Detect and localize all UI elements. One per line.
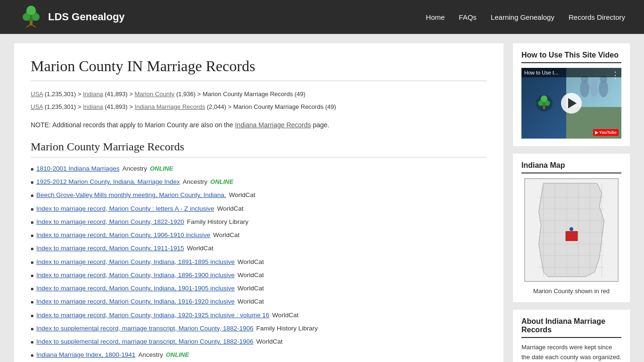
logo-area[interactable]: LDS Genealogy	[19, 5, 125, 29]
source-label: WorldCat	[229, 190, 255, 200]
source-label: WorldCat	[238, 271, 264, 280]
online-badge: ONLINE	[210, 177, 233, 187]
source-label: Family History Library	[187, 217, 248, 227]
list-item: Index to marriage record, Marion County,…	[31, 217, 487, 227]
about-text: Marriage records were kept since the dat…	[521, 343, 621, 362]
nav-learning[interactable]: Learning Genealogy	[491, 11, 554, 24]
breadcrumb-1: USA (1,235,301) > Indiana (41,893) > Mar…	[31, 90, 487, 99]
record-link[interactable]: Index to supplemental record, marriage t…	[36, 337, 254, 346]
source-label: WorldCat	[272, 311, 298, 320]
list-item: Index to marriage record, Marion County,…	[31, 244, 487, 253]
source-label: WorldCat	[256, 337, 283, 346]
record-link[interactable]: Indiana Marriage Index, 1800-1941	[36, 350, 135, 360]
indiana-marriage-records-link[interactable]: Indiana Marriage Records	[235, 121, 311, 129]
site-header: LDS Genealogy Home FAQs Learning Genealo…	[0, 0, 644, 34]
map-caption: Marion County shown in red	[521, 288, 621, 295]
video-section: How to Use This Site Video How to Use t.…	[513, 43, 630, 146]
record-link[interactable]: Index to marriage record, Marion County,…	[36, 257, 235, 267]
svg-point-13	[541, 95, 547, 102]
main-content: Marion County IN Marriage Records USA (1…	[14, 43, 504, 362]
source-label: Ancestry	[138, 350, 163, 360]
online-badge: ONLINE	[150, 164, 173, 173]
video-title-bar: How to Use t... ⋮	[521, 68, 621, 77]
video-thumbnail[interactable]: How to Use t... ⋮	[521, 68, 621, 139]
about-section: About Indiana Marriage Records Marriage …	[513, 310, 630, 362]
play-triangle-icon	[568, 98, 577, 108]
breadcrumb-usa-link[interactable]: USA	[31, 90, 43, 98]
sidebar: How to Use This Site Video How to Use t.…	[513, 43, 630, 362]
list-item: Index to supplemental record, marriage t…	[31, 324, 487, 333]
breadcrumb-marion-county-link[interactable]: Marion County	[134, 90, 174, 98]
records-section-title: Marion County Marriage Records	[31, 140, 487, 157]
indiana-map-area: Marion County shown in red	[521, 178, 621, 295]
breadcrumb-indiana-marriage-link[interactable]: Indiana Marriage Records	[134, 103, 205, 110]
svg-rect-34	[566, 231, 578, 241]
list-item: Index to marriage record, Marion County …	[31, 204, 487, 214]
list-item: Index to marriage record, Marion County,…	[31, 297, 487, 306]
record-link[interactable]: Index to marriage record, Marion County,…	[36, 217, 184, 227]
main-nav: Home FAQs Learning Genealogy Records Dir…	[426, 11, 625, 24]
record-link[interactable]: Index to marriage record, Marion County,…	[36, 244, 184, 253]
note-text: NOTE: Additional records that apply to M…	[31, 120, 487, 130]
youtube-menu-icon[interactable]: ⋮	[611, 70, 619, 80]
indiana-map-svg	[524, 178, 619, 282]
list-item: Index to marriage record, Marion County,…	[31, 284, 487, 293]
list-item: Beech Grove-Valley Mills monthly meeting…	[31, 190, 487, 200]
source-label: Ancestry	[182, 177, 207, 187]
record-link[interactable]: Index to marriage record, Marion County,…	[36, 297, 235, 306]
video-title-text: How to Use t...	[524, 70, 558, 75]
nav-home[interactable]: Home	[426, 11, 445, 24]
list-item: Index to supplemental record, marriage t…	[31, 337, 487, 346]
nav-records-directory[interactable]: Records Directory	[569, 11, 625, 24]
page-wrapper: Marion County IN Marriage Records USA (1…	[0, 34, 644, 362]
source-label: Family History Library	[256, 324, 318, 333]
list-item: Indiana Marriage Index, 1800-1941 Ancest…	[31, 350, 487, 360]
breadcrumb-usa-link-2[interactable]: USA	[31, 103, 43, 110]
source-label: WorldCat	[238, 297, 264, 306]
record-link[interactable]: Index to marriage record, Marion County,…	[36, 311, 269, 320]
list-item: Index to marriage record, Marion County,…	[31, 311, 487, 320]
video-tree-icon	[536, 95, 553, 112]
page-title: Marion County IN Marriage Records	[31, 58, 487, 81]
list-item: Index to marriage record, Marion County,…	[31, 271, 487, 280]
record-link[interactable]: Beech Grove-Valley Mills monthly meeting…	[36, 190, 226, 200]
svg-point-35	[570, 227, 573, 231]
record-link[interactable]: Index to supplemental record, marriage t…	[36, 324, 254, 333]
people-silhouette-icon	[575, 74, 613, 100]
breadcrumb-indiana-link-2[interactable]: Indiana	[83, 103, 103, 110]
map-section: Indiana Map	[513, 154, 630, 302]
record-link[interactable]: Index to marriage record, Marion County,…	[36, 284, 235, 293]
list-item: 1925-2012 Marion County, Indiana, Marria…	[31, 177, 487, 187]
about-section-title: About Indiana Marriage Records	[521, 317, 621, 338]
record-link[interactable]: Index to marriage record, Marion County,…	[36, 230, 210, 240]
record-link[interactable]: 1810-2001 Indiana Marriages	[36, 164, 119, 173]
source-label: Ancestry	[122, 164, 147, 173]
source-label: WorldCat	[213, 230, 239, 240]
record-link[interactable]: Index to marriage record, Marion County,…	[36, 271, 235, 280]
list-item: Index to marriage record, Marion County,…	[31, 230, 487, 240]
svg-point-5	[26, 6, 36, 15]
breadcrumb-indiana-link[interactable]: Indiana	[83, 90, 103, 98]
source-label: WorldCat	[238, 284, 264, 293]
map-section-title: Indiana Map	[521, 161, 621, 173]
record-link[interactable]: Index to marriage record, Marion County …	[36, 204, 214, 214]
online-badge: ONLINE	[166, 350, 189, 360]
record-list: 1810-2001 Indiana Marriages Ancestry ONL…	[31, 164, 487, 362]
video-left-panel	[521, 68, 566, 139]
record-link[interactable]: 1925-2012 Marion County, Indiana, Marria…	[36, 177, 180, 187]
logo-text: LDS Genealogy	[48, 11, 125, 23]
play-button[interactable]	[561, 93, 582, 114]
youtube-logo: ▶ YouTube	[593, 129, 619, 136]
logo-icon	[19, 5, 43, 29]
svg-point-17	[591, 79, 597, 85]
video-section-title: How to Use This Site Video	[521, 51, 621, 63]
nav-faqs[interactable]: FAQs	[459, 11, 477, 24]
source-label: WorldCat	[187, 244, 213, 253]
source-label: WorldCat	[238, 257, 264, 267]
source-label: WorldCat	[217, 204, 243, 214]
list-item: Index to marriage record, Marion County,…	[31, 257, 487, 267]
list-item: 1810-2001 Indiana Marriages Ancestry ONL…	[31, 164, 487, 173]
breadcrumb-2: USA (1,235,301) > Indiana (41,893) > Ind…	[31, 102, 487, 112]
